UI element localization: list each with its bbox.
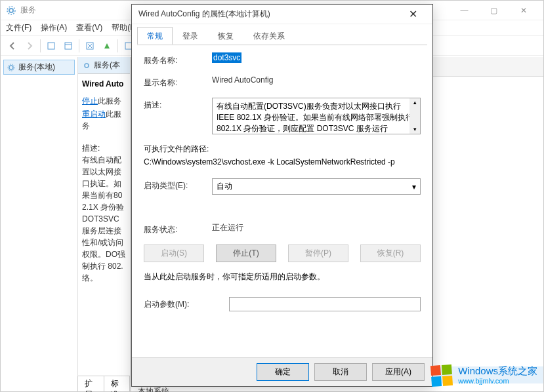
stop-service-link[interactable]: 停止 [82,96,98,106]
svg-point-0 [9,9,13,12]
dialog-close-button[interactable]: ✕ [400,5,426,24]
label-exe-path: 可执行文件的路径: [144,144,421,155]
mid-header-label: 服务(本 [94,60,120,71]
label-service-name: 服务名称: [144,53,212,66]
watermark-line2: www.bjjmlv.com [458,377,537,385]
resume-button: 恢复(R) [360,245,421,262]
scrollbar[interactable]: ▴ ▾ [409,98,420,134]
svg-point-11 [9,66,13,69]
tool-icon-1[interactable] [43,38,59,54]
chevron-down-icon: ▾ [412,182,416,191]
pause-button: 暂停(P) [288,245,348,262]
mid-pane: 服务(本 Wired Auto 停止此服务 重启动此服务 描述: 有线自动配置以… [78,57,131,391]
value-exe-path: C:\Windows\system32\svchost.exe -k Local… [144,157,421,167]
watermark-line1: Windows系统之家 [458,365,537,377]
cancel-button[interactable]: 取消 [314,363,367,381]
menu-action[interactable]: 操作(A) [41,22,67,33]
menu-view[interactable]: 查看(V) [76,22,102,33]
gear-icon [6,5,16,16]
desc-body: 有线自动配置以太网接口执证。如果当前有802.1X 身份验DOT3SVC 服务层… [82,154,126,284]
svg-rect-2 [48,43,54,49]
scroll-up-icon[interactable]: ▴ [413,98,417,107]
description-box[interactable]: 有线自动配置(DOT3SVC)服务负责对以太网接口执行 IEEE 802.1X … [212,98,421,134]
dialog-footer: 确定 取消 应用(A) [132,357,432,386]
label-service-status: 服务状态: [144,222,212,235]
back-icon[interactable] [5,38,20,54]
value-display-name: Wired AutoConfig [212,75,421,85]
window-controls: — ▢ ✕ [450,1,538,20]
value-description: 有线自动配置(DOT3SVC)服务负责对以太网接口执行 IEEE 802.1X … [217,102,413,133]
tab-recovery[interactable]: 恢复 [208,27,243,45]
windows-logo-icon [430,364,453,387]
start-params-hint: 当从此处启动服务时，你可指定所适用的启动参数。 [144,271,421,283]
label-description: 描述: [144,98,212,111]
desc-label: 描述: [82,142,126,154]
mid-header: 服务(本 [78,57,130,74]
label-startup-type: 启动类型(E): [144,178,212,191]
minimize-button[interactable]: — [450,1,479,20]
value-service-status: 正在运行 [212,222,421,233]
mid-content: Wired Auto 停止此服务 重启动此服务 描述: 有线自动配置以太网接口执… [78,74,130,376]
left-pane: 服务(本地) [1,57,78,391]
gear-icon [7,63,16,72]
tool-icon-2[interactable] [60,38,76,54]
service-detail-title: Wired Auto [82,79,126,88]
label-display-name: 显示名称: [144,75,212,88]
start-button: 启动(S) [144,245,204,262]
export-icon[interactable] [99,38,115,54]
value-startup-type: 自动 [217,181,232,192]
dialog-title: Wired AutoConfig 的属性(本地计算机) [138,9,400,20]
tab-standard[interactable]: 标准 [104,376,131,391]
maximize-button[interactable]: ▢ [479,1,509,20]
tree-item-services-local[interactable]: 服务(本地) [3,60,75,75]
properties-dialog: Wired AutoConfig 的属性(本地计算机) ✕ 常规 登录 恢复 依… [131,4,433,387]
tab-general[interactable]: 常规 [137,27,173,45]
apply-button[interactable]: 应用(A) [372,363,425,381]
tree-item-label: 服务(本地) [18,62,55,73]
tab-logon[interactable]: 登录 [173,27,208,45]
svg-point-1 [7,7,15,14]
stop-button[interactable]: 停止(T) [216,245,276,262]
mid-tabs: 扩展 标准 [78,376,130,391]
svg-point-13 [85,64,89,68]
tab-extended[interactable]: 扩展 [77,376,104,391]
close-button[interactable]: ✕ [509,1,538,20]
gear-icon [82,61,91,70]
startup-type-select[interactable]: 自动 ▾ [212,178,421,195]
restart-service-link[interactable]: 重启动 [82,109,106,119]
refresh-icon[interactable] [82,38,98,54]
ok-button[interactable]: 确定 [257,363,309,381]
stop-suffix: 此服务 [98,96,121,106]
value-service-name: dot3svc [212,52,241,63]
label-start-params: 启动参数(M): [144,297,229,310]
dialog-body: 服务名称: dot3svc 显示名称: Wired AutoConfig 描述:… [132,45,432,357]
scroll-down-icon[interactable]: ▾ [413,125,417,134]
svg-rect-3 [65,43,72,49]
watermark: Windows系统之家 www.bjjmlv.com [430,364,537,387]
forward-icon[interactable] [22,38,37,54]
dialog-titlebar: Wired AutoConfig 的属性(本地计算机) ✕ [132,5,432,24]
menu-file[interactable]: 文件(F) [6,22,31,33]
start-params-input[interactable] [229,297,421,311]
dialog-tabs: 常规 登录 恢复 依存关系 [137,27,427,45]
service-control-buttons: 启动(S) 停止(T) 暂停(P) 恢复(R) [144,245,421,262]
tab-dependencies[interactable]: 依存关系 [243,27,295,45]
